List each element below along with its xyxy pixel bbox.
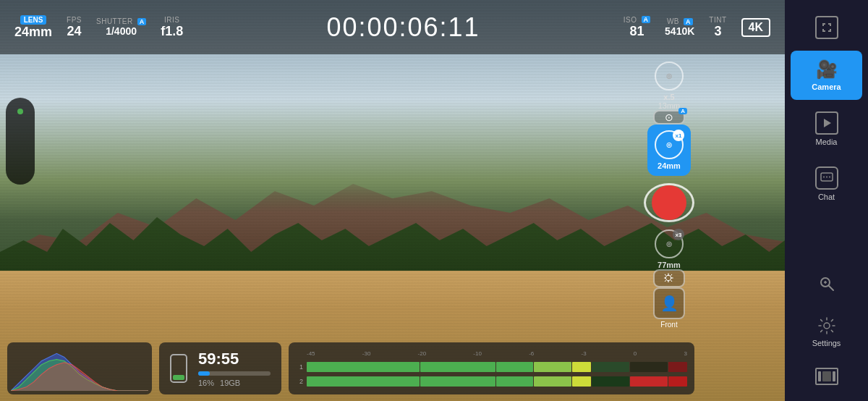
settings-label: Settings	[812, 339, 841, 347]
timecode-display: 00:00:06:11	[197, 12, 609, 43]
autofocus-button[interactable]: ⊙ A	[653, 110, 685, 124]
frame-icon	[815, 16, 838, 39]
storage-display: 59:55 16% 19GB	[159, 342, 281, 394]
front-label: Front	[660, 321, 677, 329]
storage-bar-container	[198, 371, 271, 376]
media-icon	[815, 111, 838, 135]
audio-ch2-label: 2	[296, 378, 303, 385]
lens-1x-button[interactable]: ◎ x1	[655, 130, 684, 159]
camera-settings-button[interactable]: ⛭	[653, 269, 685, 287]
storage-info: 59:55 16% 19GB	[198, 350, 271, 387]
audio-ch1-label: 1	[296, 363, 303, 371]
lens-1x-focal: 24mm	[658, 161, 681, 170]
hud-top-bar: LENS 24mm FPS 24 SHUTTER A 1/4000 IRIS f…	[0, 0, 785, 54]
sidebar-item-film[interactable]	[791, 359, 862, 394]
svg-point-9	[824, 323, 830, 329]
sidebar-item-chat[interactable]: Chat	[791, 158, 862, 210]
lens-3x-focal: 77mm	[658, 261, 681, 269]
sidebar-item-settings[interactable]: Settings	[791, 307, 862, 356]
iso-value: 81	[629, 24, 644, 39]
iso-label: ISO	[624, 16, 637, 24]
audio-ch2-meter	[307, 376, 687, 387]
iso-auto: A	[642, 16, 651, 23]
audio-ch2-row: 2	[296, 376, 687, 387]
phone-storage-icon	[170, 354, 187, 383]
chat-icon	[815, 166, 838, 190]
shutter-auto: A	[137, 18, 147, 25]
tint-label: TINT	[709, 16, 726, 24]
af-icon: ⊙	[665, 111, 673, 123]
chat-label: Chat	[818, 193, 835, 201]
audio-ch1-meter	[307, 362, 687, 372]
lens-value: 24mm	[14, 25, 52, 40]
lens-05x-multiplier: x.5	[663, 93, 674, 101]
svg-marker-0	[824, 119, 831, 127]
sidebar-item-camera[interactable]: 🎥 Camera	[791, 51, 862, 100]
lens-05x-focal: 13mm	[658, 101, 681, 110]
tint-value: 3	[714, 24, 721, 39]
lens-3x-button[interactable]: ◎ x3	[655, 229, 684, 258]
storage-capacity: 19GB	[220, 379, 240, 387]
shutter-label: SHUTTER	[96, 17, 133, 25]
shutter-indicator: SHUTTER A 1/4000	[96, 17, 146, 37]
lens-indicator: LENS 24mm	[14, 15, 52, 40]
wb-indicator: WB A 5410K	[665, 17, 694, 37]
histogram-display	[7, 342, 152, 394]
storage-sub-info: 16% 19GB	[198, 379, 271, 387]
camera-viewport: LENS 24mm FPS 24 SHUTTER A 1/4000 IRIS f…	[0, 0, 785, 401]
fps-label: FPS	[67, 16, 82, 24]
camera-icon: 🎥	[816, 59, 838, 80]
resolution-badge: 4K	[741, 18, 770, 37]
svg-point-2	[823, 177, 825, 178]
lens-label: LENS	[20, 15, 47, 25]
tint-indicator: TINT 3	[709, 16, 726, 39]
wb-label: WB	[667, 17, 679, 25]
svg-point-3	[826, 177, 827, 178]
hud-bottom-bar: 59:55 16% 19GB -45 -30 -20 -10 -6 -3 0	[0, 336, 702, 401]
fps-indicator: FPS 24	[67, 16, 82, 39]
iris-label: IRIS	[164, 16, 179, 24]
fps-value: 24	[67, 24, 81, 39]
camera-settings-icon: ⛭	[663, 271, 676, 286]
film-icon	[815, 368, 838, 385]
sidebar-item-media[interactable]: Media	[791, 103, 862, 155]
lens-05x-group[interactable]: ◎ x.5 13mm	[655, 62, 684, 110]
front-camera-button[interactable]: 👤	[653, 287, 685, 319]
audio-ch1-row: 1	[296, 362, 687, 372]
connection-indicator	[17, 109, 23, 114]
iris-indicator: IRIS f1.8	[161, 16, 183, 39]
recording-time-remaining: 59:55	[198, 350, 271, 368]
right-sidebar: 🎥 Camera Media Chat	[785, 0, 868, 401]
status-pill	[6, 98, 35, 185]
iso-indicator: ISO A 81	[624, 16, 650, 39]
lens-1x-badge: x1	[673, 130, 684, 141]
audio-scale: -45 -30 -20 -10 -6 -3 0 3	[296, 350, 687, 357]
af-auto-badge: A	[678, 108, 687, 114]
audio-meter-display: -45 -30 -20 -10 -6 -3 0 3 1	[289, 342, 694, 394]
storage-bar-fill	[198, 371, 210, 376]
lens-05x-button[interactable]: ◎	[655, 62, 684, 90]
lens-3x-group[interactable]: ◎ x3 77mm	[655, 229, 684, 269]
record-inner	[652, 185, 686, 220]
settings-icon	[817, 316, 837, 336]
person-icon: 👤	[660, 295, 678, 312]
record-button[interactable]	[644, 183, 694, 222]
sidebar-item-zoom[interactable]	[791, 263, 862, 304]
media-label: Media	[816, 138, 838, 146]
shutter-value: 1/4000	[106, 25, 137, 37]
battery-fill	[173, 375, 184, 380]
zoom-icon	[815, 272, 838, 295]
iris-value: f1.8	[161, 24, 183, 39]
histogram-chart	[11, 346, 148, 391]
front-camera-group[interactable]: 👤 Front	[653, 287, 685, 329]
svg-point-4	[829, 177, 830, 178]
sidebar-item-frame[interactable]	[791, 7, 862, 48]
camera-label: Camera	[812, 83, 841, 91]
svg-line-6	[829, 286, 833, 290]
lens-3x-badge: x3	[673, 229, 684, 240]
wb-auto: A	[684, 18, 693, 25]
storage-percent: 16%	[198, 379, 214, 387]
wb-value: 5410K	[665, 25, 694, 37]
lens-1x-group[interactable]: ◎ x1 24mm	[647, 124, 691, 176]
